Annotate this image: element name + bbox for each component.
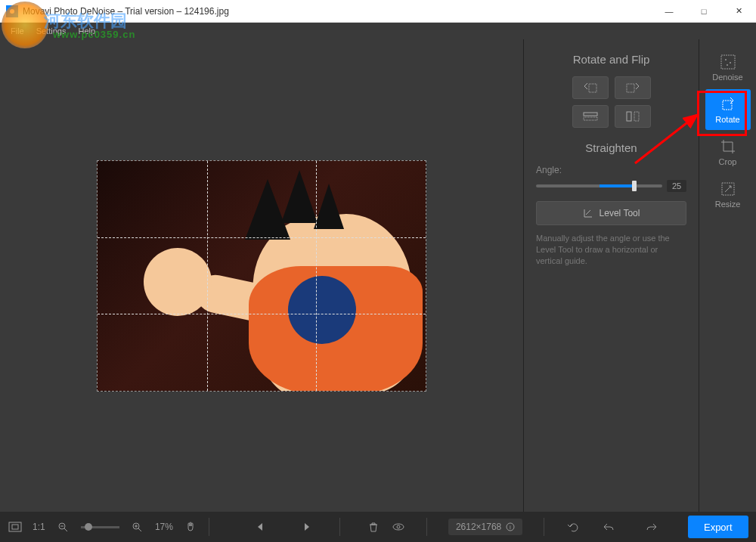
rotate-right-icon: [625, 82, 640, 94]
tab-denoise[interactable]: Denoise: [705, 47, 751, 88]
svg-line-21: [138, 528, 141, 531]
dimensions-text: 2612×1768: [456, 522, 501, 532]
close-button[interactable]: ✕: [721, 0, 756, 23]
delete-button[interactable]: [366, 517, 380, 537]
zoom-percent: 17%: [155, 522, 173, 532]
bottom-bar: 1:1 17% 2612×1768 i Export: [0, 512, 756, 542]
zoom-in-icon: [132, 522, 142, 532]
denoise-icon: [720, 54, 736, 70]
level-tool-label: Level Tool: [600, 208, 640, 218]
svg-point-9: [725, 59, 727, 60]
tab-denoise-label: Denoise: [712, 73, 742, 82]
svg-point-11: [727, 64, 728, 66]
level-tool-icon: [583, 208, 593, 218]
svg-text:i: i: [510, 524, 511, 531]
rotate-left-icon: [583, 82, 598, 94]
svg-rect-6: [627, 112, 631, 121]
zoom-slider[interactable]: [81, 526, 119, 528]
zoom-actual-button[interactable]: 1:1: [33, 522, 45, 532]
rotate-left-button[interactable]: [572, 76, 609, 99]
resize-icon: [720, 181, 736, 197]
flip-vertical-icon: [625, 111, 640, 122]
level-tool-button[interactable]: Level Tool: [536, 201, 686, 225]
undo-button[interactable]: [601, 517, 615, 537]
watermark-logo: [2, 2, 48, 48]
panel-title-rotate: Rotate and Flip: [536, 53, 686, 66]
dimensions-display: 2612×1768 i: [448, 519, 522, 535]
flip-vertical-button[interactable]: [615, 105, 651, 128]
eye-icon: [392, 522, 404, 531]
svg-rect-7: [634, 112, 639, 121]
svg-point-25: [397, 525, 400, 528]
watermark-url: www.pc0359.cn: [53, 29, 135, 40]
angle-slider-thumb[interactable]: [632, 181, 637, 191]
maximize-button[interactable]: □: [686, 0, 721, 23]
angle-slider[interactable]: [536, 184, 662, 187]
annotation-highlight: [697, 91, 747, 136]
fit-screen-icon: [8, 522, 22, 532]
revert-button[interactable]: [565, 517, 580, 537]
redo-button[interactable]: [644, 517, 658, 537]
info-icon[interactable]: i: [506, 522, 515, 531]
tab-crop[interactable]: Crop: [705, 132, 751, 172]
panel-title-straighten: Straighten: [536, 141, 686, 154]
compare-button[interactable]: [391, 517, 405, 537]
hint-text: Manually adjust the angle or use the Lev…: [536, 233, 686, 267]
svg-line-18: [64, 528, 67, 531]
svg-rect-5: [584, 117, 597, 120]
hand-icon: [185, 522, 196, 532]
svg-rect-15: [9, 522, 21, 531]
next-image-button[interactable]: [299, 517, 314, 537]
angle-label: Angle:: [536, 165, 686, 175]
svg-rect-4: [584, 113, 597, 116]
crop-icon: [720, 138, 736, 155]
zoom-out-icon: [57, 522, 68, 532]
redo-icon: [646, 522, 658, 531]
trash-icon: [368, 522, 379, 532]
angle-value[interactable]: 25: [667, 180, 686, 192]
tab-resize[interactable]: Resize: [705, 174, 751, 215]
side-panel: Rotate and Flip Straighten Angle: 25: [523, 39, 699, 512]
prev-icon: [256, 522, 265, 531]
svg-rect-16: [12, 525, 18, 529]
svg-point-10: [730, 62, 731, 63]
svg-rect-8: [721, 55, 735, 69]
zoom-in-button[interactable]: [130, 517, 144, 537]
svg-point-24: [393, 524, 404, 530]
revert-icon: [567, 522, 579, 532]
pan-button[interactable]: [184, 517, 198, 537]
prev-image-button[interactable]: [253, 517, 268, 537]
canvas-area[interactable]: [0, 39, 523, 512]
svg-rect-2: [589, 84, 596, 92]
svg-rect-3: [627, 84, 634, 92]
rotate-right-button[interactable]: [615, 76, 651, 99]
zoom-out-button[interactable]: [56, 517, 70, 537]
flip-horizontal-icon: [583, 111, 598, 122]
tab-crop-label: Crop: [719, 157, 737, 166]
minimize-button[interactable]: —: [652, 0, 686, 23]
next-icon: [302, 522, 311, 531]
flip-horizontal-button[interactable]: [572, 105, 609, 128]
image-preview[interactable]: [97, 160, 426, 392]
export-button[interactable]: Export: [688, 516, 748, 538]
fit-screen-button[interactable]: [8, 517, 22, 537]
undo-icon: [603, 522, 615, 531]
tab-resize-label: Resize: [715, 200, 741, 209]
